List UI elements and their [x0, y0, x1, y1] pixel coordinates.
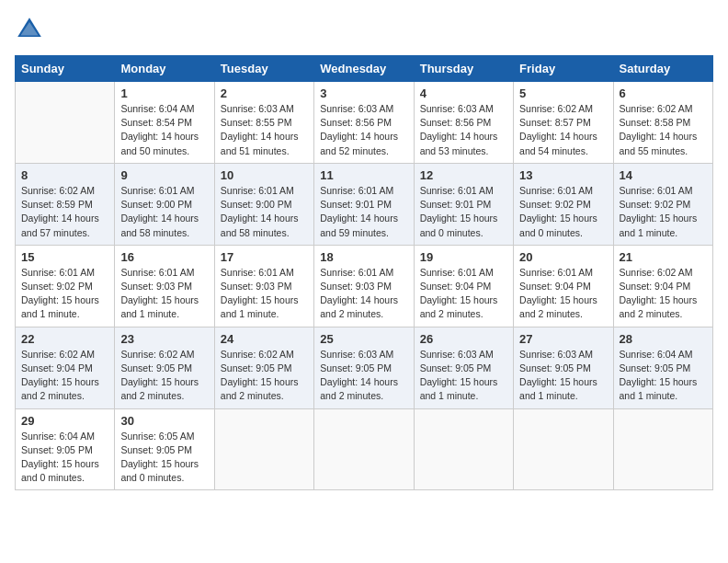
calendar-cell: 18Sunrise: 6:01 AMSunset: 9:03 PMDayligh…: [314, 245, 414, 327]
calendar-cell: 30Sunrise: 6:05 AMSunset: 9:05 PMDayligh…: [115, 408, 214, 490]
calendar-week-row: 15Sunrise: 6:01 AMSunset: 9:02 PMDayligh…: [16, 245, 713, 327]
day-number: 26: [420, 332, 507, 346]
calendar-cell: 4Sunrise: 6:03 AMSunset: 8:56 PMDaylight…: [414, 82, 513, 164]
day-number: 15: [21, 250, 108, 264]
calendar-cell: 21Sunrise: 6:02 AMSunset: 9:04 PMDayligh…: [613, 245, 712, 327]
day-info: Sunrise: 6:01 AMSunset: 9:02 PMDaylight:…: [21, 266, 108, 322]
day-number: 24: [221, 332, 308, 346]
calendar-cell: 16Sunrise: 6:01 AMSunset: 9:03 PMDayligh…: [115, 245, 214, 327]
day-number: 14: [620, 168, 707, 182]
day-number: 27: [519, 332, 607, 346]
day-info: Sunrise: 6:02 AMSunset: 9:05 PMDaylight:…: [120, 348, 208, 404]
calendar-cell: [414, 408, 513, 490]
calendar-cell: 28Sunrise: 6:04 AMSunset: 9:05 PMDayligh…: [613, 327, 712, 408]
calendar-cell: 13Sunrise: 6:01 AMSunset: 9:02 PMDayligh…: [514, 163, 613, 245]
day-number: 17: [221, 250, 308, 264]
calendar-cell: 10Sunrise: 6:01 AMSunset: 9:00 PMDayligh…: [214, 163, 313, 245]
calendar-cell: 15Sunrise: 6:01 AMSunset: 9:02 PMDayligh…: [16, 245, 115, 327]
day-info: Sunrise: 6:02 AMSunset: 8:57 PMDaylight:…: [519, 102, 607, 158]
calendar-week-row: 8Sunrise: 6:02 AMSunset: 8:59 PMDaylight…: [16, 163, 713, 245]
calendar-cell: 22Sunrise: 6:02 AMSunset: 9:04 PMDayligh…: [16, 327, 115, 408]
day-header: Thursday: [414, 56, 513, 82]
day-info: Sunrise: 6:01 AMSunset: 9:00 PMDaylight:…: [120, 184, 208, 240]
calendar-cell: 6Sunrise: 6:02 AMSunset: 8:58 PMDaylight…: [613, 82, 712, 164]
calendar-cell: 11Sunrise: 6:01 AMSunset: 9:01 PMDayligh…: [314, 163, 414, 245]
calendar-cell: 19Sunrise: 6:01 AMSunset: 9:04 PMDayligh…: [414, 245, 513, 327]
day-number: 21: [620, 250, 707, 264]
day-number: 1: [120, 86, 208, 100]
day-number: 16: [120, 250, 208, 264]
calendar-header-row: SundayMondayTuesdayWednesdayThursdayFrid…: [16, 56, 713, 82]
day-header: Sunday: [16, 56, 115, 82]
calendar-cell: [514, 408, 613, 490]
logo-icon: [15, 15, 44, 44]
day-info: Sunrise: 6:01 AMSunset: 9:01 PMDaylight:…: [320, 184, 407, 240]
calendar-cell: 2Sunrise: 6:03 AMSunset: 8:55 PMDaylight…: [214, 82, 313, 164]
day-info: Sunrise: 6:01 AMSunset: 9:03 PMDaylight:…: [120, 266, 208, 322]
calendar-cell: 27Sunrise: 6:03 AMSunset: 9:05 PMDayligh…: [514, 327, 613, 408]
day-info: Sunrise: 6:04 AMSunset: 9:05 PMDaylight:…: [21, 430, 108, 486]
calendar-cell: 9Sunrise: 6:01 AMSunset: 9:00 PMDaylight…: [115, 163, 214, 245]
day-header: Monday: [115, 56, 214, 82]
calendar-cell: 20Sunrise: 6:01 AMSunset: 9:04 PMDayligh…: [514, 245, 613, 327]
day-number: 9: [120, 168, 208, 182]
day-number: 3: [320, 86, 407, 100]
page-header: [15, 15, 713, 44]
day-info: Sunrise: 6:04 AMSunset: 8:54 PMDaylight:…: [120, 102, 208, 158]
day-number: 5: [519, 86, 607, 100]
day-number: 29: [21, 414, 108, 428]
day-number: 2: [221, 86, 308, 100]
day-info: Sunrise: 6:01 AMSunset: 9:04 PMDaylight:…: [519, 266, 607, 322]
day-number: 19: [420, 250, 507, 264]
calendar-week-row: 29Sunrise: 6:04 AMSunset: 9:05 PMDayligh…: [16, 408, 713, 490]
calendar-cell: [16, 82, 115, 164]
day-info: Sunrise: 6:03 AMSunset: 9:05 PMDaylight:…: [320, 348, 407, 404]
day-number: 12: [420, 168, 507, 182]
day-info: Sunrise: 6:05 AMSunset: 9:05 PMDaylight:…: [120, 430, 208, 486]
calendar-week-row: 22Sunrise: 6:02 AMSunset: 9:04 PMDayligh…: [16, 327, 713, 408]
calendar-cell: 26Sunrise: 6:03 AMSunset: 9:05 PMDayligh…: [414, 327, 513, 408]
day-number: 4: [420, 86, 507, 100]
day-header: Friday: [514, 56, 613, 82]
calendar-cell: 14Sunrise: 6:01 AMSunset: 9:02 PMDayligh…: [613, 163, 712, 245]
calendar-cell: 29Sunrise: 6:04 AMSunset: 9:05 PMDayligh…: [16, 408, 115, 490]
day-number: 20: [519, 250, 607, 264]
day-info: Sunrise: 6:02 AMSunset: 8:58 PMDaylight:…: [620, 102, 707, 158]
day-number: 11: [320, 168, 407, 182]
calendar-cell: 24Sunrise: 6:02 AMSunset: 9:05 PMDayligh…: [214, 327, 313, 408]
calendar-cell: 1Sunrise: 6:04 AMSunset: 8:54 PMDaylight…: [115, 82, 214, 164]
day-number: 18: [320, 250, 407, 264]
day-info: Sunrise: 6:01 AMSunset: 9:03 PMDaylight:…: [320, 266, 407, 322]
day-number: 28: [620, 332, 707, 346]
day-number: 23: [120, 332, 208, 346]
day-info: Sunrise: 6:01 AMSunset: 9:01 PMDaylight:…: [420, 184, 507, 240]
day-number: 10: [221, 168, 308, 182]
calendar-cell: [214, 408, 313, 490]
day-header: Saturday: [613, 56, 712, 82]
day-info: Sunrise: 6:03 AMSunset: 9:05 PMDaylight:…: [420, 348, 507, 404]
calendar-cell: [314, 408, 414, 490]
day-number: 22: [21, 332, 108, 346]
calendar-cell: 12Sunrise: 6:01 AMSunset: 9:01 PMDayligh…: [414, 163, 513, 245]
day-info: Sunrise: 6:02 AMSunset: 9:04 PMDaylight:…: [620, 266, 707, 322]
calendar-cell: 25Sunrise: 6:03 AMSunset: 9:05 PMDayligh…: [314, 327, 414, 408]
calendar-cell: 8Sunrise: 6:02 AMSunset: 8:59 PMDaylight…: [16, 163, 115, 245]
day-info: Sunrise: 6:01 AMSunset: 9:02 PMDaylight:…: [620, 184, 707, 240]
day-info: Sunrise: 6:03 AMSunset: 9:05 PMDaylight:…: [519, 348, 607, 404]
calendar-table: SundayMondayTuesdayWednesdayThursdayFrid…: [15, 55, 713, 490]
calendar-cell: 5Sunrise: 6:02 AMSunset: 8:57 PMDaylight…: [514, 82, 613, 164]
day-number: 8: [21, 168, 108, 182]
day-header: Tuesday: [214, 56, 313, 82]
calendar-cell: 23Sunrise: 6:02 AMSunset: 9:05 PMDayligh…: [115, 327, 214, 408]
day-number: 25: [320, 332, 407, 346]
calendar-cell: 17Sunrise: 6:01 AMSunset: 9:03 PMDayligh…: [214, 245, 313, 327]
day-info: Sunrise: 6:02 AMSunset: 9:05 PMDaylight:…: [221, 348, 308, 404]
day-number: 13: [519, 168, 607, 182]
day-info: Sunrise: 6:01 AMSunset: 9:03 PMDaylight:…: [221, 266, 308, 322]
day-info: Sunrise: 6:01 AMSunset: 9:02 PMDaylight:…: [519, 184, 607, 240]
calendar-cell: [613, 408, 712, 490]
day-info: Sunrise: 6:02 AMSunset: 8:59 PMDaylight:…: [21, 184, 108, 240]
logo: [15, 15, 48, 44]
day-info: Sunrise: 6:04 AMSunset: 9:05 PMDaylight:…: [620, 348, 707, 404]
day-header: Wednesday: [314, 56, 414, 82]
